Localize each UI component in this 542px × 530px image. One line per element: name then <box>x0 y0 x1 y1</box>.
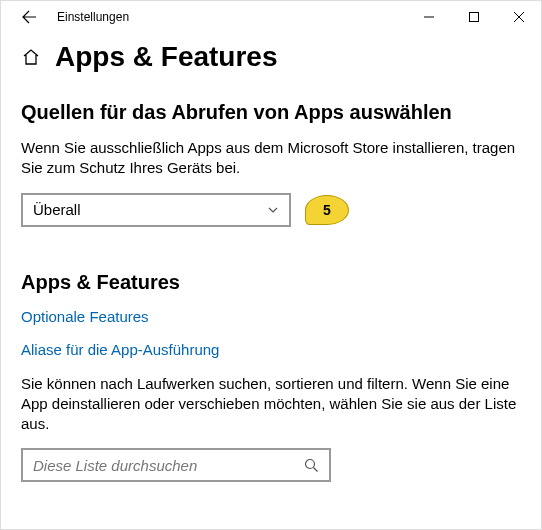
dropdown-row: Überall 5 <box>21 193 521 227</box>
app-source-dropdown[interactable]: Überall <box>21 193 291 227</box>
maximize-icon <box>469 12 479 22</box>
titlebar: Einstellungen <box>1 1 541 33</box>
dropdown-value: Überall <box>33 201 81 218</box>
maximize-button[interactable] <box>451 2 496 32</box>
content-area: Apps & Features Quellen für das Abrufen … <box>1 33 541 502</box>
close-button[interactable] <box>496 2 541 32</box>
minimize-icon <box>424 12 434 22</box>
apps-heading: Apps & Features <box>21 271 521 294</box>
window-title: Einstellungen <box>49 10 129 24</box>
page-header: Apps & Features <box>21 41 521 73</box>
optional-features-link[interactable]: Optionale Features <box>21 308 521 325</box>
arrow-left-icon <box>21 9 37 25</box>
search-icon <box>304 458 319 473</box>
annotation-callout: 5 <box>305 195 349 225</box>
source-heading: Quellen für das Abrufen von Apps auswähl… <box>21 101 521 124</box>
app-aliases-link[interactable]: Aliase für die App-Ausführung <box>21 341 521 358</box>
search-input[interactable] <box>33 457 296 474</box>
close-icon <box>514 12 524 22</box>
app-search-box[interactable] <box>21 448 331 482</box>
page-title: Apps & Features <box>55 41 278 73</box>
svg-point-1 <box>306 459 315 468</box>
home-icon[interactable] <box>21 47 41 67</box>
chevron-down-icon <box>267 204 279 216</box>
back-button[interactable] <box>9 1 49 33</box>
apps-description: Sie können nach Laufwerken suchen, sorti… <box>21 374 521 435</box>
window-controls <box>406 2 541 32</box>
svg-rect-0 <box>469 13 478 22</box>
minimize-button[interactable] <box>406 2 451 32</box>
callout-number: 5 <box>323 202 331 218</box>
source-description: Wenn Sie ausschließlich Apps aus dem Mic… <box>21 138 521 179</box>
